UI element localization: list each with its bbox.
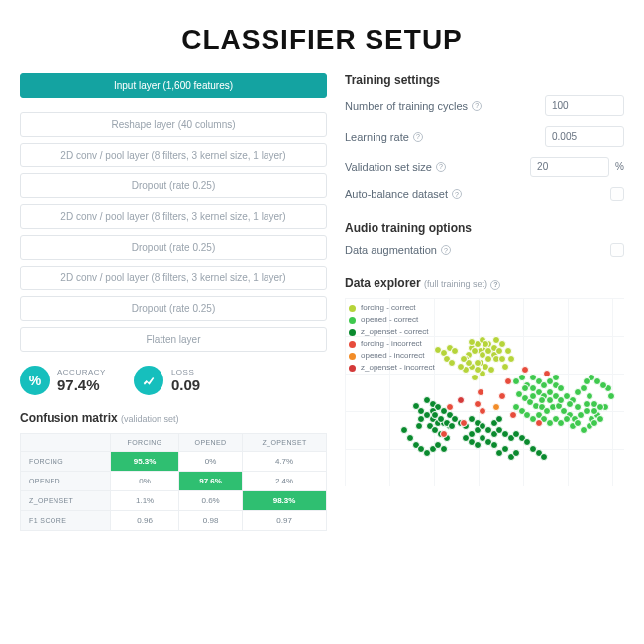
cycles-label: Number of training cycles ? bbox=[345, 100, 482, 112]
data-explorer[interactable]: forcing - correctopened - correctz_opens… bbox=[345, 298, 624, 486]
layer-item[interactable]: Flatten layer bbox=[20, 327, 327, 352]
cm-row-header: FORCING bbox=[21, 452, 111, 472]
data-point[interactable] bbox=[440, 445, 448, 453]
data-point[interactable] bbox=[540, 453, 548, 461]
data-point[interactable] bbox=[457, 396, 465, 404]
data-point[interactable] bbox=[440, 430, 448, 438]
data-point[interactable] bbox=[492, 403, 500, 411]
data-point[interactable] bbox=[482, 340, 489, 348]
data-point[interactable] bbox=[596, 415, 604, 423]
data-point[interactable] bbox=[448, 422, 456, 430]
data-point[interactable] bbox=[557, 384, 565, 392]
data-point[interactable] bbox=[563, 415, 571, 423]
layer-item[interactable]: 2D conv / pool layer (8 filters, 3 kerne… bbox=[20, 204, 327, 229]
data-point[interactable] bbox=[518, 374, 526, 381]
data-point[interactable] bbox=[501, 363, 509, 371]
data-point[interactable] bbox=[543, 370, 551, 377]
data-point[interactable] bbox=[479, 407, 486, 415]
data-point[interactable] bbox=[521, 384, 529, 392]
help-icon[interactable]: ? bbox=[452, 189, 462, 199]
layer-item[interactable]: Dropout (rate 0.25) bbox=[20, 296, 327, 321]
legend-item: z_openset - incorrect bbox=[349, 362, 435, 374]
layer-item[interactable]: Dropout (rate 0.25) bbox=[20, 173, 327, 198]
data-point[interactable] bbox=[446, 403, 454, 411]
accuracy-label: ACCURACY bbox=[57, 368, 106, 376]
data-point[interactable] bbox=[474, 400, 482, 408]
percent-label: % bbox=[615, 161, 624, 172]
data-point[interactable] bbox=[507, 355, 515, 363]
data-point[interactable] bbox=[557, 396, 565, 404]
data-point[interactable] bbox=[535, 419, 543, 427]
data-point[interactable] bbox=[415, 422, 423, 430]
cm-cell: 2.4% bbox=[243, 472, 327, 491]
data-point[interactable] bbox=[400, 426, 408, 434]
data-point[interactable] bbox=[552, 374, 560, 381]
data-point[interactable] bbox=[521, 366, 529, 374]
data-point[interactable] bbox=[451, 347, 459, 355]
data-point[interactable] bbox=[477, 388, 484, 396]
data-point[interactable] bbox=[501, 445, 509, 453]
legend-dot-icon bbox=[349, 305, 356, 312]
data-point[interactable] bbox=[509, 411, 517, 419]
metrics-row: % ACCURACY 97.4% LOSS 0.09 bbox=[20, 366, 327, 395]
loss-label: LOSS bbox=[171, 368, 200, 376]
help-icon[interactable]: ? bbox=[490, 280, 500, 290]
valset-input[interactable] bbox=[530, 157, 609, 177]
data-point[interactable] bbox=[538, 396, 546, 404]
data-point[interactable] bbox=[529, 392, 537, 400]
legend-dot-icon bbox=[349, 341, 356, 348]
data-point[interactable] bbox=[523, 438, 531, 446]
data-point[interactable] bbox=[583, 407, 590, 415]
help-icon[interactable]: ? bbox=[413, 132, 423, 142]
data-point[interactable] bbox=[498, 355, 506, 363]
data-point[interactable] bbox=[607, 392, 615, 400]
data-point[interactable] bbox=[586, 392, 593, 400]
augment-checkbox[interactable] bbox=[610, 243, 624, 257]
cm-cell: 97.6% bbox=[179, 472, 243, 491]
data-point[interactable] bbox=[487, 366, 495, 374]
data-point[interactable] bbox=[448, 359, 456, 367]
data-point[interactable] bbox=[583, 400, 590, 408]
layer-item[interactable]: Input layer (1,600 features) bbox=[20, 73, 327, 98]
data-point[interactable] bbox=[471, 374, 479, 381]
layer-item[interactable]: Dropout (rate 0.25) bbox=[20, 235, 327, 260]
data-point[interactable] bbox=[457, 363, 465, 371]
loss-value: 0.09 bbox=[171, 376, 200, 393]
data-point[interactable] bbox=[474, 441, 482, 449]
data-point[interactable] bbox=[495, 415, 503, 423]
data-point[interactable] bbox=[406, 434, 414, 442]
data-point[interactable] bbox=[574, 419, 582, 427]
cm-row-header: OPENED bbox=[21, 472, 111, 491]
data-point[interactable] bbox=[474, 359, 482, 367]
cm-cell: 0% bbox=[179, 452, 243, 472]
data-point[interactable] bbox=[498, 392, 506, 400]
layer-item[interactable]: 2D conv / pool layer (8 filters, 3 kerne… bbox=[20, 143, 327, 167]
valset-label: Validation set size ? bbox=[345, 161, 446, 173]
balance-checkbox[interactable] bbox=[610, 187, 624, 201]
help-icon[interactable]: ? bbox=[436, 162, 446, 172]
layer-item[interactable]: 2D conv / pool layer (8 filters, 3 kerne… bbox=[20, 266, 327, 290]
data-point[interactable] bbox=[460, 355, 468, 363]
help-icon[interactable]: ? bbox=[472, 101, 482, 111]
data-point[interactable] bbox=[583, 377, 590, 385]
legend-dot-icon bbox=[349, 365, 356, 372]
data-point[interactable] bbox=[412, 402, 420, 410]
data-point[interactable] bbox=[512, 449, 520, 457]
layer-item[interactable]: Reshape layer (40 columns) bbox=[20, 112, 327, 137]
data-point[interactable] bbox=[460, 419, 468, 427]
data-explorer-title: Data explorer (full training set) ? bbox=[345, 276, 624, 290]
lr-input[interactable] bbox=[545, 126, 624, 147]
cycles-input[interactable] bbox=[545, 95, 624, 116]
help-icon[interactable]: ? bbox=[441, 245, 451, 255]
cm-col-header: Z_OPENSET bbox=[243, 434, 327, 452]
data-point[interactable] bbox=[468, 338, 476, 346]
data-point[interactable] bbox=[498, 340, 506, 348]
cm-col-header: OPENED bbox=[179, 434, 243, 452]
cm-cell: 0.97 bbox=[243, 511, 327, 531]
data-point[interactable] bbox=[580, 384, 588, 392]
legend-item: z_openset - correct bbox=[349, 326, 435, 338]
cm-cell: 4.7% bbox=[243, 452, 327, 472]
data-point[interactable] bbox=[566, 400, 574, 408]
data-point[interactable] bbox=[490, 441, 498, 449]
data-point[interactable] bbox=[504, 377, 512, 385]
